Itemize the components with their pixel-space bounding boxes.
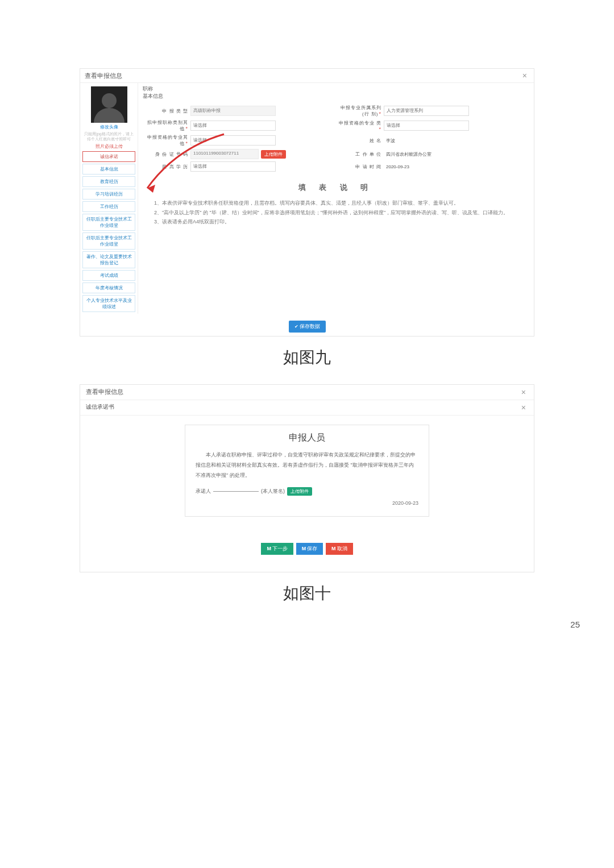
avatar [91, 86, 127, 123]
dialog1-sidebar: 修改头像 只能用jpg格式的照片，请上传个人红底白底寸照即可 照片必须上传 诚信… [80, 83, 138, 314]
group-title-2: 基本信息 [143, 93, 163, 100]
pledge-heading: 申报人员 [196, 432, 418, 444]
apply-type-input[interactable]: 高级职称申报 [190, 106, 276, 116]
group-title-1: 职称 [143, 85, 153, 93]
name-value: 李波 [384, 138, 395, 144]
upload-id-button[interactable]: 上传附件 [261, 150, 286, 159]
sidebar-item-exam[interactable]: 考试成绩 [82, 270, 135, 281]
sidebar-item-summary[interactable]: 个人专业技术水平及业绩综述 [82, 295, 135, 312]
apply-date-value: 2020-09-23 [384, 164, 409, 169]
sidebar-item-basic[interactable]: 基本信息 [82, 164, 135, 175]
sign-label: 承诺人 [196, 488, 211, 495]
dialog-pledge: 查看申报信息 × 诚信承诺书 × 申报人员 本人承诺在职称申报、评审过程中，自觉… [80, 384, 534, 572]
sidebar-item-education[interactable]: 教育经历 [82, 176, 135, 187]
dialog2-header: 查看申报信息 × [80, 385, 534, 400]
sidebar-item-work[interactable]: 工作经历 [82, 201, 135, 212]
dialog1-title: 查看申报信息 [85, 72, 122, 80]
close-icon[interactable]: × [519, 388, 528, 397]
cancel-button[interactable]: M取消 [326, 543, 353, 555]
avatar-hint: 只能用jpg格式的照片，请上传个人红底白底寸照即可 [80, 131, 138, 142]
pledge-body: 本人承诺在职称申报、评审过程中，自觉遵守职称评审有关政策规定和纪律要求，所提交的… [196, 450, 418, 480]
lbl-highest: 最 高 学 历 [143, 164, 190, 170]
lbl-name: 姓 名 [336, 138, 384, 144]
sidebar-item-pledge[interactable]: 诚信承诺 [82, 151, 135, 162]
next-step-button[interactable]: M下一步 [261, 543, 293, 555]
dialog2-subtitle: 诚信承诺书 [86, 403, 114, 412]
lbl-unit: 工 作 单 位 [336, 151, 384, 157]
lbl-same-class: 拟申报职称类别其 他 [143, 119, 190, 132]
sidebar-item-publications[interactable]: 著作、论文及重要技术报告登记 [82, 251, 135, 268]
dialog2-nav-buttons: M下一步 M保存 M取消 [103, 543, 511, 555]
instructions-block: 填 表 说 明 1、本表供评审专业技术职务任职资格使用，且需存档。填写内容要具体… [154, 181, 518, 226]
spec-select[interactable]: 请选择 [190, 135, 276, 146]
lbl-spec: 申报资格的专业其 他 [143, 134, 190, 147]
save-data-button[interactable]: 保存数据 [289, 321, 326, 333]
sign-row: 承诺人 (本人签名) 上传附件 [196, 487, 418, 496]
sign-line [213, 491, 259, 492]
dialog2-title: 查看申报信息 [86, 388, 123, 397]
figure-caption-9: 如图九 [80, 347, 534, 368]
dialog-view-report-info: 查看申报信息 × 修改头像 只能用jpg格式的照片，请上传个人红底白底寸照即可 … [80, 68, 534, 337]
dialog1-header: 查看申报信息 × [80, 69, 534, 83]
lbl-date: 申 请 时 间 [336, 164, 384, 170]
avatar-required-link[interactable]: 照片必须上传 [80, 143, 138, 149]
unit-value: 四川省农村能源办公室 [384, 151, 432, 157]
close-icon[interactable]: × [519, 403, 528, 412]
lbl-grade: 申报资格的专业 类 [336, 120, 384, 132]
page-number: 25 [570, 620, 580, 629]
sidebar-item-annual[interactable]: 年度考核情况 [82, 283, 135, 293]
dialog1-content: 职称 基本信息 申 报 类 型 高级职称申报 申报专业所属系列(行 别) 人力资… [138, 83, 534, 314]
highest-select[interactable]: 请选择 [190, 161, 276, 172]
series-select[interactable]: 人力资源管理系列 [384, 106, 469, 116]
sign-hint: (本人签名) [261, 488, 285, 495]
save-button[interactable]: M保存 [296, 543, 323, 555]
close-icon[interactable]: × [520, 71, 529, 80]
id-input[interactable]: 110101199003072711 [190, 149, 259, 159]
instructions-title: 填 表 说 明 [154, 181, 518, 194]
lbl-apply-type: 申 报 类 型 [143, 108, 190, 114]
dialog2-subheader: 诚信承诺书 × [80, 400, 534, 416]
lbl-series: 申报专业所属系列(行 别) [336, 105, 384, 117]
upload-signature-button[interactable]: 上传附件 [287, 487, 312, 496]
sidebar-item-achievement2[interactable]: 任职后主要专业技术工作业绩登 [82, 232, 135, 250]
pledge-box: 申报人员 本人承诺在职称申报、评审过程中，自觉遵守职称评审有关政策规定和纪律要求… [185, 425, 429, 517]
pledge-date: 2020-09-23 [196, 500, 418, 506]
avatar-change-link[interactable]: 修改头像 [80, 124, 138, 130]
grade-select[interactable]: 请选择 [384, 121, 469, 131]
sidebar-item-training[interactable]: 学习培训经历 [82, 189, 135, 200]
form-grid: 申 报 类 型 高级职称申报 申报专业所属系列(行 别) 人力资源管理系列 拟申… [143, 103, 529, 173]
instructions-line-2: 2、"高中及以上学历" 的 "毕（肄、结）业时间"，应将非选择项用笔划去；"懂何… [154, 208, 518, 217]
instructions-line-1: 1、本表供评审专业技术职务任职资格使用，且需存档。填写内容要具体、真实、清楚，且… [154, 198, 518, 207]
sidebar-item-achievement1[interactable]: 任职后主要专业技术工作业绩登 [82, 214, 135, 231]
instructions-line-3: 3、该表请务必用A4纸双面打印。 [154, 217, 518, 226]
lbl-id: 身 份 证 号 码 [143, 151, 190, 157]
figure-caption-10: 如图十 [80, 583, 534, 604]
same-class-select[interactable]: 请选择 [190, 121, 276, 131]
